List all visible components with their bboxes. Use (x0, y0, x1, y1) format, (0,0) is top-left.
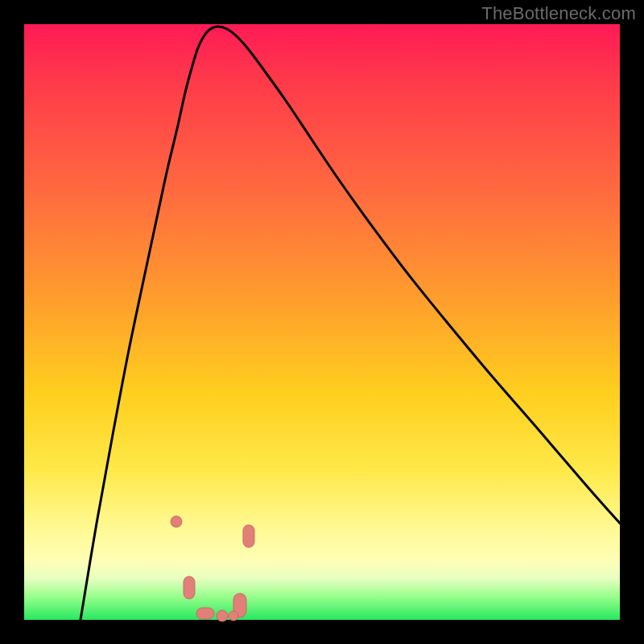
watermark-text: TheBottleneck.com (481, 3, 636, 24)
curve-marker (196, 608, 214, 619)
chart-frame: TheBottleneck.com (0, 0, 644, 644)
plot-area (24, 24, 620, 620)
bottleneck-curve (80, 27, 620, 620)
curve-line (80, 27, 620, 620)
curve-marker (243, 525, 254, 547)
curve-marker (217, 610, 228, 621)
curve-marker (184, 576, 195, 599)
curve-marker (229, 611, 238, 621)
curve-marker (171, 516, 182, 527)
curve-markers (171, 516, 254, 621)
curve-layer (24, 24, 620, 620)
